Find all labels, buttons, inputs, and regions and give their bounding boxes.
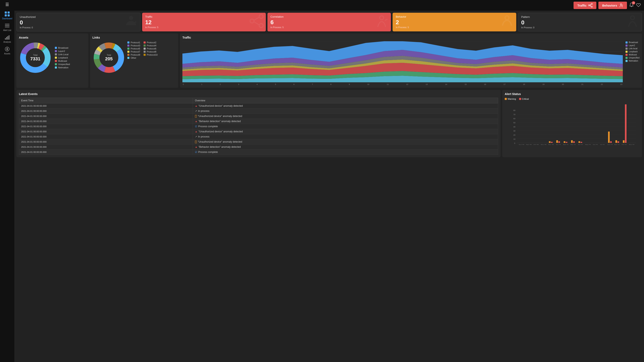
- legend-protocol10: Protocol10: [144, 53, 158, 56]
- traffic-card-title: Traffic: [145, 15, 263, 18]
- svg-rect-7: [5, 38, 6, 40]
- svg-rect-93: [580, 142, 582, 143]
- svg-point-27: [259, 23, 263, 27]
- svg-rect-86: [556, 140, 558, 143]
- pattern-card: Pattern 0 In Process: 0: [518, 13, 642, 31]
- svg-text:Nov '20: Nov '20: [541, 144, 546, 145]
- svg-text:Mar '21: Mar '21: [570, 144, 576, 145]
- events-col-time: Event Time: [19, 98, 193, 103]
- sidebar-item-assets[interactable]: Assets: [4, 46, 10, 55]
- svg-rect-6: [5, 27, 10, 27]
- event-time-cell: 2021-04-01 00:00:00.000: [19, 139, 193, 144]
- menu-icon[interactable]: ☰: [5, 2, 9, 7]
- svg-line-19: [590, 5, 591, 6]
- svg-line-18: [590, 4, 591, 5]
- behavior-sub: In Process: 5: [396, 26, 513, 28]
- correlation-card: Correlation 6 In Process: 5: [268, 13, 391, 31]
- svg-point-32: [505, 16, 509, 20]
- unauthorized-number: 0: [20, 19, 137, 26]
- correlation-title: Correlation: [270, 15, 388, 18]
- legend-protocol7: Protocol7: [127, 50, 142, 53]
- svg-point-30: [380, 16, 384, 20]
- tl-multicast: Multicast: [626, 53, 640, 56]
- svg-text:May '21: May '21: [585, 144, 591, 145]
- alert-legend-critical: Critical: [519, 98, 529, 100]
- table-row: 2021-04-01 00:00:00.000!"Unauthorized de…: [19, 114, 498, 119]
- unauthorized-title: Unauthorized: [20, 15, 137, 18]
- svg-rect-88: [564, 141, 565, 143]
- event-time-cell: 2021-04-01 00:00:00.000: [19, 109, 193, 114]
- behavior-card: Behavior 2 In Process: 5: [392, 13, 516, 31]
- svg-text:30: 30: [513, 130, 516, 132]
- info-icon: !: [195, 141, 197, 143]
- process-icon: ↗: [195, 110, 197, 112]
- process-icon: ↗: [195, 135, 197, 138]
- table-row: 2021-04-01 00:00:00.000☑Process complete: [19, 150, 498, 155]
- pattern-sub: In Process: 0: [521, 26, 639, 29]
- event-time-cell: 2021-04-01 00:00:00.000: [19, 119, 193, 124]
- event-time-cell: 2021-04-01 00:00:00.000: [19, 150, 193, 155]
- links-legend: Protocol1 Protocol2 Protocol3 Protocol4: [127, 41, 158, 59]
- legend-protocol4: Protocol4: [144, 44, 158, 47]
- sidebar-item-analysis[interactable]: Analysis: [3, 34, 11, 43]
- svg-rect-90: [571, 140, 573, 143]
- svg-line-23: [622, 6, 623, 6]
- notification-icon[interactable]: 10: [629, 2, 634, 8]
- traffic-card-bg-icon: [250, 14, 264, 30]
- svg-text:50: 50: [513, 122, 516, 124]
- legend-unspecified: Unspecified: [55, 63, 70, 65]
- heart-icon[interactable]: [636, 2, 641, 8]
- alert-legend-warning: Warning: [505, 98, 516, 100]
- svg-rect-91: [573, 141, 575, 143]
- svg-text:Jul '21: Jul '21: [600, 144, 605, 145]
- sidebar-item-dashboard[interactable]: Dashboard: [2, 11, 12, 20]
- table-row: 2021-04-01 00:00:00.000↗In process: [19, 109, 498, 114]
- legend-loopback: Loopback: [55, 56, 70, 59]
- pattern-title: Pattern: [521, 15, 639, 18]
- behavior-number: 2: [396, 19, 513, 26]
- table-row: 2021-04-01 00:00:00.000▲"Unauthorized de…: [19, 129, 498, 134]
- svg-text:0: 0: [514, 142, 515, 144]
- sidebar-item-alert-list[interactable]: Alert List: [3, 23, 11, 31]
- table-row: 2021-04-01 00:00:00.000▲"Unauthorized de…: [19, 103, 498, 109]
- traffic-chart-title: Traffic: [182, 36, 640, 39]
- svg-text:Sep '20: Sep '20: [526, 144, 532, 145]
- svg-text:80: 80: [513, 109, 516, 111]
- links-donut: Total 205: [92, 41, 125, 74]
- warning-icon: ▲: [195, 145, 198, 148]
- svg-text:20: 20: [513, 134, 516, 136]
- event-time-cell: 2021-04-01 00:00:00.000: [19, 124, 193, 129]
- behaviors-button[interactable]: Behaviors: [598, 2, 627, 9]
- events-title: Latest Events: [19, 92, 498, 96]
- svg-rect-96: [616, 140, 617, 143]
- main-content: Traffic Behaviors: [14, 0, 644, 362]
- links-total-value: 205: [105, 56, 113, 61]
- summary-cards: Unauthorized 0 In Process: 0 Traffic 12 …: [16, 13, 642, 31]
- svg-point-21: [620, 4, 622, 5]
- links-donut-center: Total 205: [105, 54, 113, 61]
- behaviors-label: Behaviors: [602, 4, 617, 7]
- svg-text:Nov '21: Nov '21: [629, 144, 634, 145]
- svg-text:10: 10: [513, 138, 516, 140]
- alert-bar-chart: 0 10 20 30 40 50 60 70 80: [505, 102, 640, 145]
- links-content: Total 205 Protocol1 Protocol2 Protocol3: [92, 41, 176, 74]
- links-title: Links: [92, 36, 176, 39]
- event-overview-cell: ☑Process complete: [193, 150, 498, 155]
- table-row: 2021-04-01 00:00:00.000↗In process: [19, 134, 498, 139]
- svg-rect-10: [9, 35, 10, 40]
- bottom-row: Latest Events Event Time Overview 2021-0…: [16, 90, 642, 157]
- svg-line-29: [254, 21, 259, 25]
- unauthorized-bg-icon: [124, 14, 138, 30]
- svg-rect-2: [5, 14, 7, 16]
- legend-netmation: Netmation: [55, 66, 70, 69]
- svg-text:Aug '21: Aug '21: [608, 144, 613, 145]
- event-time-cell: 2021-04-01 00:00:00.000: [19, 134, 193, 139]
- traffic-button[interactable]: Traffic: [574, 2, 596, 9]
- sidebar-dashboard-label: Dashboard: [2, 17, 12, 20]
- correlation-bg-icon: [374, 14, 389, 30]
- table-row: 2021-04-01 00:00:00.000!"Unauthorized de…: [19, 139, 498, 144]
- traffic-card: Traffic 12 In Process: 5: [142, 13, 266, 31]
- svg-rect-1: [8, 11, 10, 13]
- svg-point-15: [588, 5, 590, 6]
- alert-status-title: Alert Status: [505, 92, 640, 96]
